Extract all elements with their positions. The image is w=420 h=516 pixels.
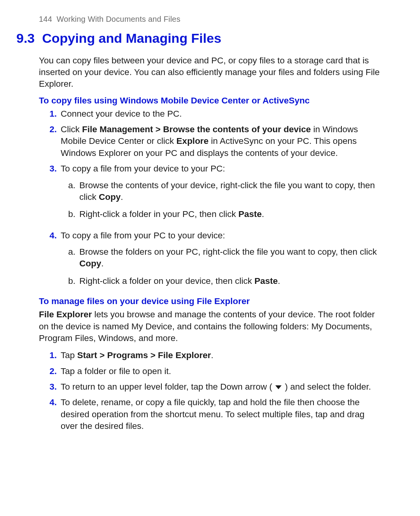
list-item: 3. To copy a file from your device to yo…: [39, 163, 381, 226]
text: .: [211, 350, 213, 360]
page-number: 144: [39, 15, 52, 23]
text: Tap: [61, 350, 77, 360]
list-body: Tap a folder or file to open it.: [61, 366, 381, 377]
list-item: 4. To copy a file from your PC to your d…: [39, 230, 381, 293]
list-body: Browse the folders on your PC, right-cli…: [79, 246, 381, 270]
list-marker: 1.: [39, 350, 61, 361]
text: Right-click a folder in your PC, then cl…: [79, 209, 238, 219]
bold-text: Paste: [238, 209, 262, 219]
list-item: 1. Tap Start > Programs > File Explorer.: [39, 350, 381, 361]
text: Click: [61, 124, 82, 134]
alpha-marker: a.: [61, 246, 79, 270]
alpha-marker: b.: [61, 208, 79, 220]
text: .: [121, 192, 123, 202]
text: ) and select the folder.: [282, 382, 371, 392]
list-item: b. Right-click a folder in your PC, then…: [61, 208, 381, 220]
alpha-list: a. Browse the folders on your PC, right-…: [61, 246, 381, 287]
list-marker: 3.: [39, 163, 61, 226]
list-item: 4. To delete, rename, or copy a file qui…: [39, 397, 381, 432]
subheading-manage-files: To manage files on your device using Fil…: [39, 296, 381, 306]
text: To return to an upper level folder, tap …: [61, 382, 275, 392]
document-page: 144 Working With Documents and Files 9.3…: [0, 0, 420, 475]
list-marker: 4.: [39, 397, 61, 432]
list-body: Right-click a folder in your PC, then cl…: [79, 208, 264, 220]
list-body: To delete, rename, or copy a file quickl…: [61, 397, 381, 432]
list-item: 3. To return to an upper level folder, t…: [39, 381, 381, 393]
text: Browse the folders on your PC, right-cli…: [79, 247, 377, 257]
chapter-title: Working With Documents and Files: [57, 15, 180, 23]
list-body: To copy a file from your PC to your devi…: [61, 230, 381, 293]
text: Browse the contents of your device, righ…: [79, 180, 375, 202]
list-body: To copy a file from your device to your …: [61, 163, 381, 226]
list-marker: 2.: [39, 124, 61, 159]
down-arrow-icon: [275, 385, 282, 389]
bold-text: Start > Programs > File Explorer: [77, 350, 211, 360]
text: .: [262, 209, 264, 219]
list-item: b. Right-click a folder on your device, …: [61, 275, 381, 287]
alpha-list: a. Browse the contents of your device, r…: [61, 180, 381, 220]
list-body: Connect your device to the PC.: [61, 108, 381, 120]
bold-text: File Management > Browse the contents of…: [82, 124, 311, 134]
section-number: 9.3: [16, 31, 35, 45]
bold-text: File Explorer: [39, 310, 92, 319]
bold-text: Copy: [79, 259, 101, 268]
text: Right-click a folder on your device, the…: [79, 276, 254, 286]
text: To copy a file from your PC to your devi…: [61, 231, 225, 240]
alpha-marker: b.: [61, 275, 79, 287]
list-body: To return to an upper level folder, tap …: [61, 381, 381, 393]
bold-text: Paste: [254, 276, 278, 286]
section-heading: 9.3 Copying and Managing Files: [16, 31, 381, 46]
running-header: 144 Working With Documents and Files: [39, 15, 381, 24]
list-body: Tap Start > Programs > File Explorer.: [61, 350, 381, 361]
list-marker: 1.: [39, 108, 61, 120]
list-item: a. Browse the contents of your device, r…: [61, 180, 381, 203]
list-item: 1. Connect your device to the PC.: [39, 108, 381, 120]
ordered-list-copy: 1. Connect your device to the PC. 2. Cli…: [39, 108, 381, 293]
list-item: a. Browse the folders on your PC, right-…: [61, 246, 381, 270]
list-marker: 3.: [39, 381, 61, 393]
ordered-list-manage: 1. Tap Start > Programs > File Explorer.…: [39, 350, 381, 432]
list-body: Browse the contents of your device, righ…: [79, 180, 381, 203]
bold-text: Copy: [99, 192, 121, 202]
list-item: 2. Click File Management > Browse the co…: [39, 124, 381, 159]
text: .: [278, 276, 280, 286]
subheading-copy-files: To copy files using Windows Mobile Devic…: [39, 96, 381, 106]
manage-intro: File Explorer lets you browse and manage…: [39, 309, 381, 344]
intro-paragraph: You can copy files between your device a…: [39, 55, 381, 90]
list-marker: 4.: [39, 230, 61, 293]
alpha-marker: a.: [61, 180, 79, 203]
list-body: Click File Management > Browse the conte…: [61, 124, 381, 159]
text: .: [101, 259, 103, 268]
text: To copy a file from your device to your …: [61, 164, 225, 173]
list-marker: 2.: [39, 366, 61, 377]
list-body: Right-click a folder on your device, the…: [79, 275, 280, 287]
section-title-text: Copying and Managing Files: [42, 31, 221, 45]
svg-marker-0: [275, 385, 282, 389]
list-item: 2. Tap a folder or file to open it.: [39, 366, 381, 377]
bold-text: Explore: [177, 136, 209, 146]
